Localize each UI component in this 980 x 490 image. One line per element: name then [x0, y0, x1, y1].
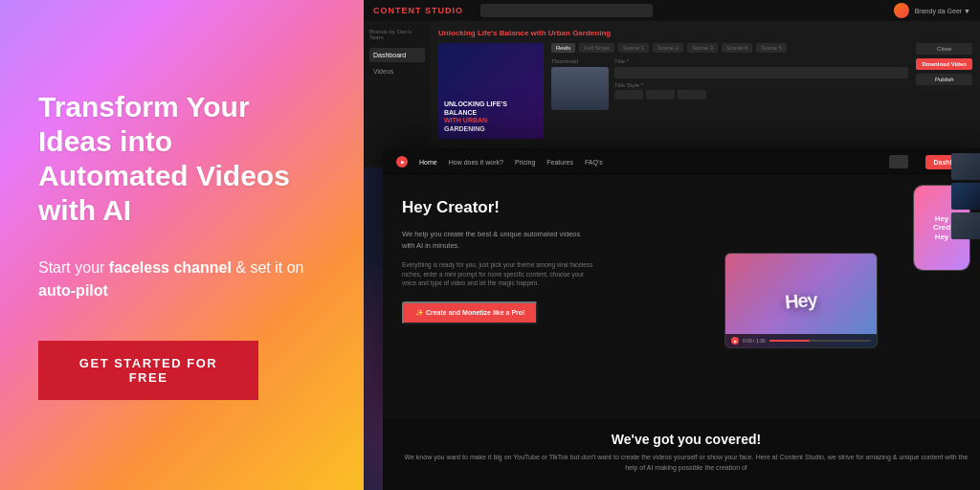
video-progress-fill — [769, 340, 811, 342]
website-hero: Hey Creator! We help you create the best… — [383, 175, 980, 426]
right-panel: CONTENT STUDIO Brandy da Geer ▼ Brands b… — [364, 0, 980, 490]
city-thumbnail — [551, 67, 609, 110]
subtitle-plain: Start your — [38, 259, 109, 276]
subtitle-bold-autopilot: auto-pilot — [38, 282, 108, 299]
main-headline: Transform Your Ideas into Automated Vide… — [38, 90, 325, 228]
tab-scene-2[interactable]: Scene 2 — [653, 43, 683, 53]
subtitle-bold-faceless: faceless channel — [109, 259, 232, 276]
video-controls: ▶ 0:00 / 1:30 — [725, 334, 877, 347]
side-thumb-2-inner — [951, 183, 980, 210]
side-thumb-3-inner — [951, 212, 980, 239]
side-thumb-2 — [951, 183, 980, 210]
logo-content-text: CONTENT — [373, 6, 422, 15]
title-input[interactable] — [614, 67, 908, 78]
publish-button[interactable]: Publish — [916, 74, 972, 85]
app-topbar-right: Brandy da Geer ▼ — [894, 3, 970, 18]
thumbnail-section: Thumbnail Title * Title Style * — [551, 58, 908, 110]
style-option-1[interactable] — [614, 90, 643, 100]
side-thumb-1-inner — [951, 153, 980, 180]
website-nav: Home How does it work? Pricing Features … — [383, 148, 980, 175]
get-started-button[interactable]: GET STARTED FOR FREE — [38, 341, 258, 400]
hero-title: Hey Creator! — [402, 198, 593, 217]
title-section: Title * Title Style * — [614, 58, 908, 110]
sidebar-item-dashboard[interactable]: Dashboard — [369, 48, 425, 62]
nav-pricing[interactable]: Pricing — [515, 159, 535, 166]
bottom-title: We've got you covered! — [402, 432, 970, 447]
app-sidebar: Brands by Dan's Team Dashboard Videos — [364, 21, 431, 167]
sidebar-section-label: Brands by Dan's Team — [369, 29, 425, 40]
logo-studio-text: STUDIO — [425, 6, 463, 15]
style-options — [614, 90, 908, 100]
thumb-title: UNLOCKING LIFE'S BALANCEWITH URBANGARDEN… — [444, 100, 538, 133]
tab-scene-1[interactable]: Scene 1 — [618, 43, 649, 53]
scene-tabs: Reels Full Script Scene 1 Scene 2 Scene … — [551, 43, 908, 53]
video-player: Hey ▶ 0:00 / 1:30 — [724, 253, 878, 348]
bottom-description: We know you want to make it big on YouTu… — [402, 453, 970, 473]
nav-how-it-works[interactable]: How does it work? — [449, 159, 503, 166]
thumbnail-label: Thumbnail — [551, 58, 609, 64]
user-avatar — [894, 3, 909, 18]
style-option-3[interactable] — [678, 90, 706, 100]
video-progress-bar[interactable] — [769, 340, 871, 342]
app-topbar: CONTENT STUDIO Brandy da Geer ▼ — [364, 0, 980, 21]
app-main-thumbnail: UNLOCKING LIFE'S BALANCEWITH URBANGARDEN… — [438, 43, 544, 139]
app-main-inner: UNLOCKING LIFE'S BALANCEWITH URBANGARDEN… — [438, 43, 972, 139]
website-bottom-section: We've got you covered! We know you want … — [383, 418, 980, 490]
nav-home[interactable]: Home — [419, 159, 437, 166]
tab-scene-4[interactable]: Scene 4 — [722, 43, 752, 53]
hero-content: Hey Creator! We help you create the best… — [383, 175, 612, 426]
user-name: Brandy da Geer ▼ — [915, 8, 970, 14]
nav-faqs[interactable]: FAQ's — [585, 159, 603, 166]
sidebar-item-videos[interactable]: Videos — [369, 64, 425, 78]
thumbnail-overlay: UNLOCKING LIFE'S BALANCEWITH URBANGARDEN… — [438, 43, 544, 139]
title-style-label: Title Style * — [614, 82, 908, 88]
style-option-2[interactable] — [646, 90, 675, 100]
tab-scene-3[interactable]: Scene 3 — [687, 43, 718, 53]
app-content-area: Brands by Dan's Team Dashboard Videos Un… — [364, 21, 980, 167]
action-buttons: Close Download Video Publish — [916, 43, 972, 139]
close-button[interactable]: Close — [916, 43, 972, 55]
app-search-bar[interactable] — [480, 4, 653, 17]
side-thumbnails — [951, 153, 980, 239]
left-panel: Transform Your Ideas into Automated Vide… — [0, 0, 364, 490]
tab-full-script[interactable]: Full Script — [579, 43, 614, 53]
play-icon — [396, 156, 408, 167]
hero-cta-button[interactable]: ✨ Create and Monetize like a Pro! — [402, 301, 538, 324]
nav-features[interactable]: Features — [546, 159, 573, 166]
hero-subdesc: Everything is ready for you, just pick y… — [402, 260, 593, 288]
video-play-button[interactable]: ▶ — [731, 337, 739, 345]
website-logo — [396, 156, 408, 167]
hero-video-area: Hey ▶ 0:00 / 1:30 HeyCredHey — [612, 175, 980, 426]
tab-reels[interactable]: Reels — [551, 43, 575, 53]
app-right-content: Reels Full Script Scene 1 Scene 2 Scene … — [551, 43, 908, 139]
hey-creator-overlay-text: Hey — [784, 288, 818, 313]
website-screenshot: Home How does it work? Pricing Features … — [383, 148, 980, 426]
app-main-content: Unlocking Life's Balance with Urban Gard… — [431, 21, 980, 167]
top-app-screenshot: CONTENT STUDIO Brandy da Geer ▼ Brands b… — [364, 0, 980, 167]
side-thumb-3 — [951, 212, 980, 239]
title-field-label: Title * — [614, 58, 908, 64]
subtitle-middle: & set it on — [232, 259, 304, 276]
hero-description: We help you create the best & unique aut… — [402, 229, 593, 251]
nav-icon-area — [889, 155, 908, 168]
app-logo-text: CONTENT STUDIO — [373, 6, 463, 15]
download-button[interactable]: Download Video — [916, 58, 972, 70]
tab-scene-5[interactable]: Scene 5 — [756, 43, 787, 53]
video-time: 0:00 / 1:30 — [743, 338, 766, 344]
subtitle: Start your faceless channel & set it on … — [38, 256, 325, 302]
app-video-title: Unlocking Life's Balance with Urban Gard… — [438, 29, 972, 37]
app-logo: CONTENT STUDIO — [373, 6, 463, 15]
side-thumb-1 — [951, 153, 980, 180]
